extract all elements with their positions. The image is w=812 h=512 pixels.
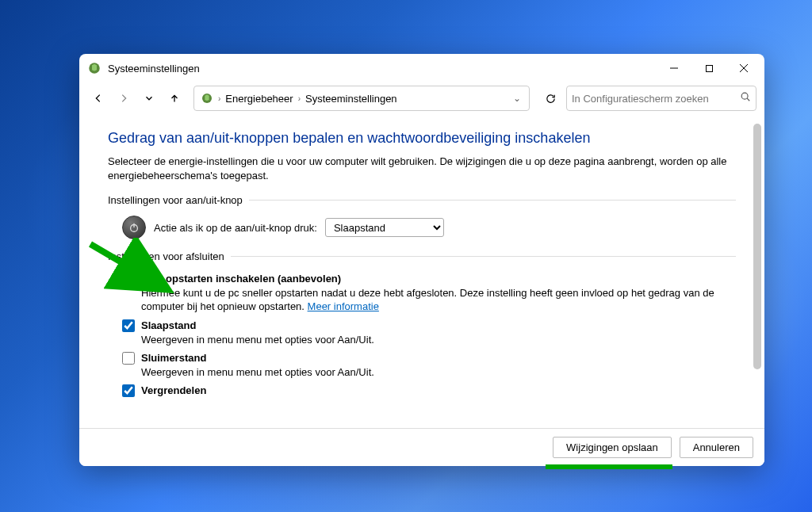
refresh-button[interactable]: [538, 86, 563, 111]
power-button-action-row: Actie als ik op de aan/uit-knop druk: Sl…: [108, 212, 736, 250]
power-action-select[interactable]: Slaapstand: [325, 218, 444, 237]
titlebar: Systeeminstellingen: [79, 54, 764, 82]
search-icon: [740, 91, 751, 105]
checkbox-sleep: Slaapstand Weergeven in menu menu met op…: [108, 315, 736, 348]
svg-line-7: [747, 98, 749, 101]
scrollbar[interactable]: [753, 124, 761, 369]
checkbox-label: Vergrendelen: [141, 384, 206, 396]
checkbox-lock: Vergrendelen: [108, 380, 736, 399]
close-button[interactable]: [726, 56, 761, 80]
footer-buttons: Wijzigingen opslaan Annuleren: [79, 428, 764, 466]
checkbox-lock-input[interactable]: [122, 384, 135, 397]
svg-point-6: [741, 93, 748, 99]
checkbox-label: Slaapstand: [141, 319, 196, 331]
cancel-button[interactable]: Annuleren: [680, 437, 753, 458]
checkbox-label: Snel opstarten inschakelen (aanbevolen): [141, 273, 341, 285]
checkbox-desc: Hiermee kunt u de pc sneller opstarten n…: [141, 287, 714, 313]
annotation-underline: [546, 464, 672, 469]
nav-row: › Energiebeheer › Systeeminstellingen ⌄: [79, 82, 764, 117]
power-action-label: Actie als ik op de aan/uit-knop druk:: [154, 222, 317, 234]
chevron-right-icon: ›: [216, 94, 222, 103]
section-header-power: Instellingen voor aan/uit-knop: [108, 194, 736, 206]
search-box[interactable]: [566, 86, 756, 111]
chevron-right-icon: ›: [297, 94, 302, 103]
nav-up-button[interactable]: [163, 87, 186, 109]
search-input[interactable]: [572, 93, 737, 105]
nav-back-button[interactable]: [87, 87, 109, 109]
checkbox-desc: Weergeven in menu menu met opties voor A…: [141, 334, 374, 346]
page-title: Gedrag van aan/uit-knoppen bepalen en wa…: [108, 130, 736, 147]
more-info-link[interactable]: Meer informatie: [308, 300, 379, 312]
checkbox-sleep-input[interactable]: [122, 319, 135, 332]
checkbox-fast-startup: Snel opstarten inschakelen (aanbevolen) …: [108, 269, 736, 315]
minimize-button[interactable]: [657, 56, 691, 80]
control-panel-window: Systeeminstellingen › Ene: [79, 54, 764, 466]
chevron-down-icon[interactable]: ⌄: [511, 93, 523, 104]
maximize-button[interactable]: [691, 56, 726, 80]
app-icon: [87, 61, 102, 75]
svg-rect-2: [706, 65, 712, 71]
breadcrumb-icon: [201, 92, 213, 105]
checkbox-hibernate: Sluimerstand Weergeven in menu menu met …: [108, 348, 736, 380]
breadcrumb-item-energiebeheer[interactable]: Energiebeheer: [225, 93, 293, 105]
checkbox-desc: Weergeven in menu menu met opties voor A…: [141, 366, 374, 378]
nav-recent-button[interactable]: [138, 87, 160, 109]
nav-forward-button[interactable]: [113, 87, 135, 109]
content-area: Gedrag van aan/uit-knoppen bepalen en wa…: [79, 117, 764, 428]
breadcrumb-item-systeeminstellingen[interactable]: Systeeminstellingen: [305, 93, 397, 105]
window-title: Systeeminstellingen: [108, 63, 200, 75]
checkbox-label: Sluimerstand: [141, 352, 206, 364]
save-button[interactable]: Wijzigingen opslaan: [553, 437, 672, 458]
breadcrumb-bar[interactable]: › Energiebeheer › Systeeminstellingen ⌄: [193, 86, 530, 111]
section-header-shutdown: Instellingen voor afsluiten: [108, 250, 736, 262]
checkbox-hibernate-input[interactable]: [122, 352, 135, 365]
power-icon: [122, 216, 146, 239]
page-desc: Selecteer de energie-instellingen die u …: [108, 155, 736, 183]
checkbox-fast-startup-input[interactable]: [122, 273, 135, 285]
